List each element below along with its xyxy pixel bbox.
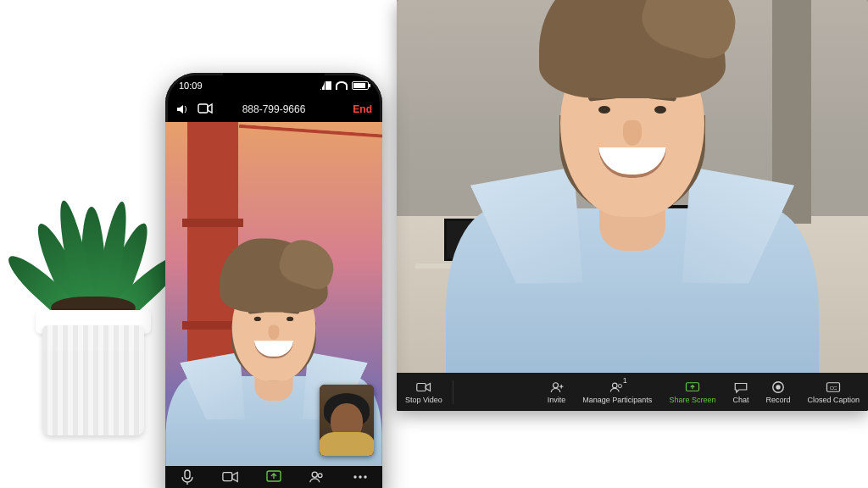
battery-icon [352,81,369,90]
stop-video-label: Stop Video [405,396,442,404]
stop-video-button[interactable]: Stop Video [397,373,451,411]
desktop-zoom-window: Stop Video Invite 1 Manage Participants … [397,0,868,411]
record-label: Record [765,396,790,404]
invite-label: Invite [548,396,566,404]
record-button[interactable]: Record [757,373,798,411]
svg-point-2 [613,383,618,388]
video-camera-icon [416,380,431,394]
microphone-icon [179,469,196,485]
picture-in-picture-thumbnail[interactable] [320,385,374,456]
participants-icon [309,469,326,485]
participant-count-badge: 1 [623,376,627,385]
chat-label: Chat [732,396,748,404]
invite-button[interactable]: Invite [539,373,575,411]
share-content-icon [265,469,282,485]
svg-text:CC: CC [830,385,837,391]
closed-caption-icon: CC [826,380,841,394]
svg-point-16 [359,475,362,478]
desktop-main-video[interactable] [397,0,868,373]
svg-point-14 [318,474,322,478]
plant-decoration [17,173,170,435]
manage-participants-label: Manage Participants [582,396,652,404]
invite-icon [549,380,565,394]
meeting-id-label: 888-799-9666 [165,103,382,115]
video-camera-icon [222,469,239,485]
manage-participants-button[interactable]: 1 Manage Participants [574,373,660,411]
svg-rect-0 [417,383,426,391]
svg-point-13 [312,472,317,477]
svg-point-15 [354,475,357,478]
share-screen-icon [685,380,700,394]
phone-meeting-toolbar: Mute Stop Video Share Content Participan… [165,466,382,488]
closed-caption-label: Closed Caption [807,396,860,404]
stop-video-button-mobile[interactable]: Stop Video [209,469,252,488]
closed-caption-button[interactable]: CC Closed Caption [798,373,868,411]
svg-rect-10 [185,470,190,479]
svg-point-1 [553,382,558,387]
desktop-meeting-toolbar: Stop Video Invite 1 Manage Participants … [397,373,868,411]
svg-point-17 [364,475,367,478]
more-button[interactable]: More [339,469,382,488]
share-screen-button[interactable]: Share Screen [660,373,724,411]
participants-button-mobile[interactable]: Participants [296,469,339,488]
svg-rect-11 [223,473,232,481]
chat-icon [733,380,748,394]
mute-button[interactable]: Mute [165,469,209,488]
phone-notch [223,73,325,93]
svg-point-6 [776,385,780,389]
status-time: 10:09 [179,80,203,91]
share-content-button[interactable]: Share Content [252,469,295,488]
chat-button[interactable]: Chat [724,373,757,411]
record-icon [771,380,786,394]
svg-point-3 [619,384,622,387]
more-icon [352,469,369,485]
share-screen-label: Share Screen [669,396,715,404]
phone-meeting-header: 888-799-9666 End [165,97,382,122]
phone-zoom-app: 10:09 888-799-9666 End [165,73,382,488]
wifi-icon [336,81,348,90]
promo-scene: Stop Video Invite 1 Manage Participants … [0,0,868,488]
